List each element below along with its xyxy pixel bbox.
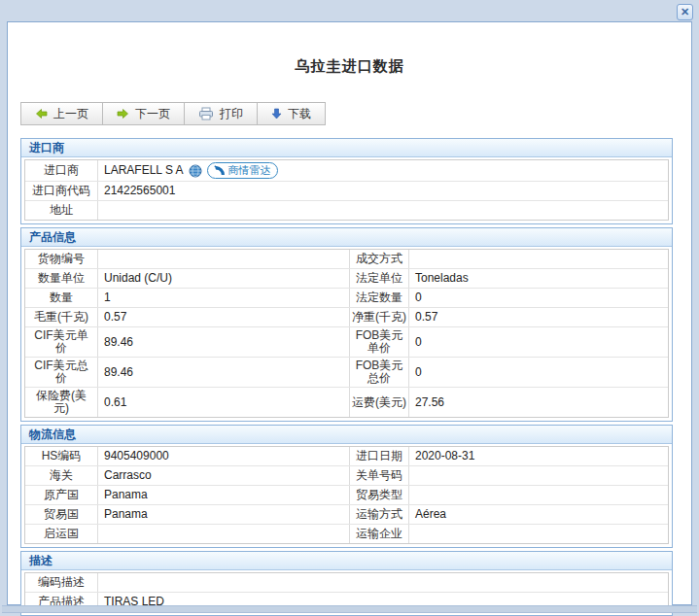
field-label: FOB美元总价 (350, 358, 409, 387)
field-value: Aérea (409, 505, 668, 524)
field-label: 原产国 (25, 486, 98, 504)
dialog-panel: 乌拉圭进口数据 上一页 下一页 打印 (7, 21, 692, 605)
toolbar: 上一页 下一页 打印 下载 (20, 102, 325, 125)
field-value (98, 201, 668, 220)
field-label: 贸易国 (25, 505, 98, 524)
prev-page-label: 上一页 (53, 106, 88, 122)
printer-icon (198, 107, 214, 120)
product-info-section: 产品信息 货物编号 成交方式 数量单位 Unidad (C/U) 法定单位 To… (20, 227, 673, 422)
table-row: 进口商 LARAFELL S A (25, 160, 668, 182)
table-row: CIF美元总价 89.46 FOB美元总价 0 (25, 358, 668, 388)
field-value: Toneladas (409, 269, 668, 288)
field-label: 数量 (25, 289, 98, 307)
field-value: 0.61 (98, 388, 350, 417)
table-row: 进口商代码 21422565001 (25, 182, 668, 201)
field-label: 关单号码 (350, 466, 409, 485)
field-value: 89.46 (98, 327, 350, 357)
field-label: 编码描述 (25, 573, 98, 592)
field-label: 数量单位 (25, 269, 98, 288)
print-button[interactable]: 打印 (184, 102, 258, 125)
table-row: HS编码 9405409000 进口日期 2020-08-31 (25, 447, 668, 466)
print-label: 打印 (220, 106, 243, 122)
field-label: 进口商代码 (25, 182, 98, 200)
field-label: 法定单位 (350, 269, 409, 288)
table-row: 原产国 Panama 贸易类型 (25, 486, 668, 505)
prev-page-button[interactable]: 上一页 (20, 102, 103, 125)
close-icon: ✕ (681, 6, 689, 18)
importer-section: 进口商 进口商 LARAFELL S A (20, 138, 673, 224)
field-value (409, 525, 668, 543)
field-value (98, 573, 668, 592)
field-label: 运输企业 (350, 525, 409, 543)
dialog-footer-strip (2, 605, 697, 613)
download-label: 下载 (288, 106, 311, 122)
detail-sections: 进口商 进口商 LARAFELL S A (20, 138, 673, 616)
field-value: 27.56 (409, 388, 668, 417)
next-page-label: 下一页 (135, 106, 170, 122)
description-section-header: 描述 (21, 552, 672, 570)
field-value (409, 250, 668, 268)
field-label: FOB美元单价 (350, 327, 409, 357)
field-value: 9405409000 (98, 447, 350, 465)
next-page-button[interactable]: 下一页 (102, 102, 185, 125)
field-label: CIF美元总价 (25, 358, 98, 387)
field-label: 净重(千克) (350, 308, 409, 326)
field-label: 运输方式 (350, 505, 409, 524)
field-label: 贸易类型 (350, 486, 409, 504)
table-row: 贸易国 Panama 运输方式 Aérea (25, 505, 668, 525)
field-value: Carrasco (98, 466, 350, 485)
field-label: 海关 (25, 466, 98, 485)
field-label: 进口日期 (350, 447, 409, 465)
field-value: 0 (409, 327, 668, 357)
field-label: 毛重(千克) (25, 308, 98, 326)
field-label: CIF美元单价 (25, 327, 98, 357)
table-row: 编码描述 (25, 573, 668, 593)
logistics-section-header: 物流信息 (21, 426, 672, 444)
page-title: 乌拉圭进口数据 (8, 57, 691, 76)
arrow-right-icon (117, 108, 129, 120)
business-radar-badge[interactable]: 商情雷达 (207, 162, 278, 179)
arrow-down-icon (271, 108, 282, 120)
field-label: 保险费(美元) (25, 388, 98, 417)
field-value (409, 486, 668, 504)
table-row: CIF美元单价 89.46 FOB美元单价 0 (25, 327, 668, 358)
field-label: 地址 (25, 201, 98, 220)
arrow-left-icon (35, 108, 48, 120)
importer-section-header: 进口商 (21, 139, 672, 157)
table-row: 货物编号 成交方式 (25, 250, 668, 269)
field-value: 2020-08-31 (409, 447, 668, 465)
table-row: 启运国 运输企业 (25, 525, 668, 543)
field-value: 0.57 (98, 308, 350, 326)
field-label: 运费(美元) (350, 388, 409, 417)
table-row: 毛重(千克) 0.57 净重(千克) 0.57 (25, 308, 668, 327)
product-info-section-header: 产品信息 (21, 228, 672, 247)
field-label: 启运国 (25, 525, 98, 543)
download-button[interactable]: 下载 (257, 102, 326, 125)
field-label: HS编码 (25, 447, 98, 465)
importer-name: LARAFELL S A (104, 164, 184, 177)
importer-value-cell: LARAFELL S A (98, 160, 668, 181)
field-value: 1 (98, 289, 350, 307)
field-value: 89.46 (98, 358, 350, 387)
field-value (98, 525, 350, 543)
field-value: 0 (409, 358, 668, 387)
field-label: 货物编号 (25, 250, 98, 268)
logistics-section: 物流信息 HS编码 9405409000 进口日期 2020-08-31 海关 … (20, 425, 673, 548)
close-button[interactable]: ✕ (677, 4, 693, 20)
field-value: 0.57 (409, 308, 668, 326)
field-label: 进口商 (25, 160, 98, 181)
field-label: 成交方式 (350, 250, 409, 268)
business-radar-label: 商情雷达 (228, 164, 271, 177)
field-value: 0 (409, 289, 668, 307)
field-value: Panama (98, 505, 350, 524)
table-row: 保险费(美元) 0.61 运费(美元) 27.56 (25, 388, 668, 417)
table-row: 数量 1 法定数量 0 (25, 289, 668, 308)
field-value: Unidad (C/U) (98, 269, 350, 288)
globe-icon[interactable] (189, 164, 202, 178)
field-label: 法定数量 (350, 289, 409, 307)
table-row: 数量单位 Unidad (C/U) 法定单位 Toneladas (25, 269, 668, 289)
field-value: 21422565001 (98, 182, 668, 200)
field-value (98, 250, 350, 268)
field-value (409, 466, 668, 485)
radar-icon (214, 165, 226, 176)
